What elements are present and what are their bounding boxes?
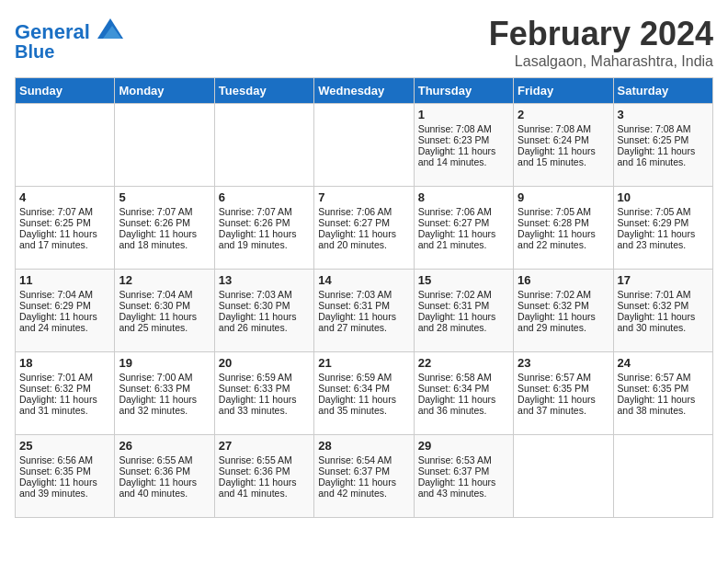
day-number: 7 (318, 190, 409, 204)
calendar-cell: 26Sunrise: 6:55 AMSunset: 6:36 PMDayligh… (115, 435, 214, 518)
sunset-text: Sunset: 6:25 PM (618, 134, 709, 145)
sunrise-text: Sunrise: 6:57 AM (618, 372, 709, 383)
calendar-cell: 22Sunrise: 6:58 AMSunset: 6:34 PMDayligh… (414, 352, 513, 435)
sunset-text: Sunset: 6:36 PM (219, 465, 310, 477)
daylight-text: Daylight: 11 hours and 18 minutes. (119, 228, 210, 250)
daylight-text: Daylight: 11 hours and 20 minutes. (318, 228, 409, 250)
calendar-cell: 25Sunrise: 6:56 AMSunset: 6:35 PMDayligh… (16, 435, 115, 518)
daylight-text: Daylight: 11 hours and 31 minutes. (19, 394, 110, 416)
sunset-text: Sunset: 6:27 PM (318, 217, 409, 228)
sunset-text: Sunset: 6:30 PM (119, 300, 210, 311)
daylight-text: Daylight: 11 hours and 27 minutes. (318, 311, 409, 333)
daylight-text: Daylight: 11 hours and 15 minutes. (518, 145, 609, 167)
weekday-header-tuesday: Tuesday (214, 78, 313, 104)
sunset-text: Sunset: 6:35 PM (618, 383, 709, 394)
sunset-text: Sunset: 6:37 PM (318, 465, 409, 477)
day-number: 10 (618, 190, 709, 204)
sunset-text: Sunset: 6:32 PM (19, 383, 110, 394)
calendar-cell: 28Sunrise: 6:54 AMSunset: 6:37 PMDayligh… (314, 435, 414, 518)
week-row-1: 1Sunrise: 7:08 AMSunset: 6:23 PMDaylight… (16, 104, 713, 187)
day-number: 2 (518, 108, 609, 121)
calendar-cell (613, 435, 712, 518)
calendar-table: SundayMondayTuesdayWednesdayThursdayFrid… (15, 77, 713, 518)
calendar-cell: 9Sunrise: 7:05 AMSunset: 6:28 PMDaylight… (514, 187, 613, 270)
week-row-2: 4Sunrise: 7:07 AMSunset: 6:25 PMDaylight… (16, 187, 713, 270)
daylight-text: Daylight: 11 hours and 43 minutes. (418, 477, 509, 499)
day-number: 3 (618, 108, 709, 121)
sunset-text: Sunset: 6:32 PM (518, 300, 609, 311)
sunset-text: Sunset: 6:24 PM (518, 134, 609, 145)
daylight-text: Daylight: 11 hours and 38 minutes. (618, 394, 709, 416)
sunrise-text: Sunrise: 7:08 AM (618, 123, 709, 134)
day-number: 23 (518, 356, 609, 370)
day-number: 16 (518, 273, 609, 287)
day-number: 8 (418, 190, 509, 204)
day-number: 19 (119, 356, 210, 370)
sunset-text: Sunset: 6:23 PM (418, 134, 509, 145)
sunrise-text: Sunrise: 6:56 AM (19, 454, 110, 465)
sunset-text: Sunset: 6:35 PM (19, 465, 110, 477)
sunset-text: Sunset: 6:30 PM (219, 300, 310, 311)
calendar-cell (514, 435, 613, 518)
calendar-cell: 27Sunrise: 6:55 AMSunset: 6:36 PMDayligh… (214, 435, 313, 518)
calendar-cell: 16Sunrise: 7:02 AMSunset: 6:32 PMDayligh… (514, 270, 613, 352)
daylight-text: Daylight: 11 hours and 28 minutes. (418, 311, 509, 333)
calendar-cell: 14Sunrise: 7:03 AMSunset: 6:31 PMDayligh… (314, 270, 414, 352)
weekday-header-wednesday: Wednesday (314, 78, 414, 104)
calendar-cell: 4Sunrise: 7:07 AMSunset: 6:25 PMDaylight… (16, 187, 115, 270)
sunrise-text: Sunrise: 7:07 AM (19, 206, 110, 217)
day-number: 18 (19, 356, 110, 370)
sunset-text: Sunset: 6:28 PM (518, 217, 609, 228)
logo-text: General (15, 18, 123, 43)
logo-icon (97, 18, 123, 39)
daylight-text: Daylight: 11 hours and 35 minutes. (318, 394, 409, 416)
day-number: 5 (119, 190, 210, 204)
weekday-header-sunday: Sunday (16, 78, 115, 104)
sunset-text: Sunset: 6:26 PM (219, 217, 310, 228)
calendar-cell: 1Sunrise: 7:08 AMSunset: 6:23 PMDaylight… (414, 104, 513, 187)
weekday-header-friday: Friday (514, 78, 613, 104)
day-number: 29 (418, 439, 509, 453)
weekday-header-monday: Monday (115, 78, 214, 104)
sunset-text: Sunset: 6:36 PM (119, 465, 210, 477)
weekday-header-row: SundayMondayTuesdayWednesdayThursdayFrid… (16, 78, 713, 104)
daylight-text: Daylight: 11 hours and 41 minutes. (219, 477, 310, 499)
daylight-text: Daylight: 11 hours and 14 minutes. (418, 145, 509, 167)
daylight-text: Daylight: 11 hours and 29 minutes. (518, 311, 609, 333)
sunrise-text: Sunrise: 7:03 AM (318, 289, 409, 300)
calendar-cell: 29Sunrise: 6:53 AMSunset: 6:37 PMDayligh… (414, 435, 513, 518)
sunset-text: Sunset: 6:25 PM (19, 217, 110, 228)
calendar-cell (115, 104, 214, 187)
sunrise-text: Sunrise: 7:07 AM (219, 206, 310, 217)
sunrise-text: Sunrise: 7:08 AM (418, 123, 509, 134)
calendar-cell: 7Sunrise: 7:06 AMSunset: 6:27 PMDaylight… (314, 187, 414, 270)
sunrise-text: Sunrise: 6:53 AM (418, 454, 509, 465)
sunrise-text: Sunrise: 6:57 AM (518, 372, 609, 383)
day-number: 20 (219, 356, 310, 370)
calendar-cell: 10Sunrise: 7:05 AMSunset: 6:29 PMDayligh… (613, 187, 712, 270)
sunrise-text: Sunrise: 7:05 AM (618, 206, 709, 217)
sunrise-text: Sunrise: 7:03 AM (219, 289, 310, 300)
sunrise-text: Sunrise: 7:08 AM (518, 123, 609, 134)
logo-text2: Blue (15, 41, 123, 62)
week-row-5: 25Sunrise: 6:56 AMSunset: 6:35 PMDayligh… (16, 435, 713, 518)
daylight-text: Daylight: 11 hours and 24 minutes. (19, 311, 110, 333)
sunrise-text: Sunrise: 6:58 AM (418, 372, 509, 383)
week-row-4: 18Sunrise: 7:01 AMSunset: 6:32 PMDayligh… (16, 352, 713, 435)
day-number: 4 (19, 190, 110, 204)
calendar-cell: 3Sunrise: 7:08 AMSunset: 6:25 PMDaylight… (613, 104, 712, 187)
sunrise-text: Sunrise: 6:55 AM (119, 454, 210, 465)
daylight-text: Daylight: 11 hours and 42 minutes. (318, 477, 409, 499)
sunrise-text: Sunrise: 6:55 AM (219, 454, 310, 465)
daylight-text: Daylight: 11 hours and 26 minutes. (219, 311, 310, 333)
day-number: 21 (318, 356, 409, 370)
logo: General Blue (15, 18, 123, 62)
month-year-title: February 2024 (489, 15, 713, 53)
daylight-text: Daylight: 11 hours and 36 minutes. (418, 394, 509, 416)
sunset-text: Sunset: 6:31 PM (418, 300, 509, 311)
daylight-text: Daylight: 11 hours and 21 minutes. (418, 228, 509, 250)
daylight-text: Daylight: 11 hours and 16 minutes. (618, 145, 709, 167)
sunrise-text: Sunrise: 7:01 AM (618, 289, 709, 300)
sunrise-text: Sunrise: 7:05 AM (518, 206, 609, 217)
daylight-text: Daylight: 11 hours and 17 minutes. (19, 228, 110, 250)
